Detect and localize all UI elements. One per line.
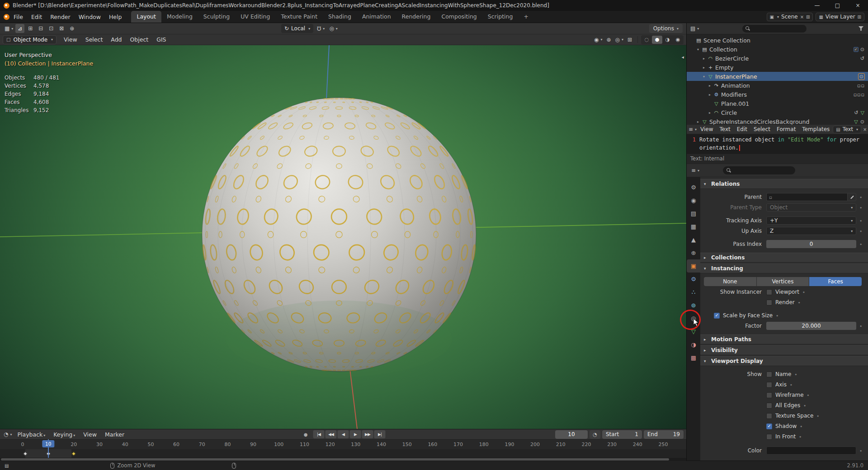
scale-by-face-checkbox[interactable]: [714, 313, 720, 319]
play-reverse-button[interactable]: ◀: [338, 430, 349, 438]
proportional-edit-button[interactable]: ◎▾: [328, 24, 339, 33]
collection-checkbox[interactable]: [854, 47, 859, 52]
text-menu-format[interactable]: Format: [774, 125, 799, 134]
viewport-menu-view[interactable]: View: [60, 35, 81, 44]
outliner-display-mode-button[interactable]: ▤▾: [689, 24, 700, 33]
expand-icon[interactable]: ▸: [701, 56, 707, 61]
end-frame-field[interactable]: End 19: [644, 430, 684, 439]
expand-icon[interactable]: ▸: [707, 93, 712, 97]
gizmo-toggle[interactable]: ⊕: [604, 35, 613, 44]
maximize-button[interactable]: □: [827, 0, 848, 11]
visibility-dropdown[interactable]: ◉▾: [593, 35, 604, 44]
properties-tab-render[interactable]: ◉: [687, 194, 700, 207]
properties-tab-particles[interactable]: ∴: [687, 286, 700, 299]
relations-section-header[interactable]: ▾ Relations: [700, 179, 868, 189]
outliner-row-scene-collection[interactable]: ▤Scene Collection: [687, 36, 868, 45]
visibility-section-header[interactable]: ▸ Visibility: [700, 345, 868, 355]
properties-tab-world[interactable]: ⊕: [687, 246, 700, 259]
shading-solid-button[interactable]: ●: [652, 36, 662, 44]
tracking-axis-dropdown[interactable]: +Y▾: [766, 216, 856, 225]
workspace-tab-scripting[interactable]: Scripting: [482, 11, 519, 23]
checkbox-in-front[interactable]: [766, 434, 772, 440]
expand-icon[interactable]: ▸: [707, 111, 712, 115]
workspace-tab-uv-editing[interactable]: UV Editing: [235, 11, 275, 23]
checkbox-axis[interactable]: [766, 382, 772, 388]
show-instancer-viewport-checkbox[interactable]: [766, 289, 772, 295]
viewport-display-section-header[interactable]: ▾ Viewport Display: [700, 356, 868, 366]
text-menu-select[interactable]: Select: [750, 125, 774, 134]
close-button[interactable]: ×: [848, 0, 868, 11]
outliner-row-empty[interactable]: ▸+Empty: [687, 63, 868, 72]
curve-data-icon[interactable]: ↺: [854, 110, 859, 116]
checkbox-wireframe[interactable]: [766, 392, 772, 398]
timeline-menu-view[interactable]: View: [79, 430, 101, 439]
instancing-section-header[interactable]: ▾ Instancing: [700, 263, 868, 273]
options-dropdown[interactable]: Options ▾: [649, 24, 683, 33]
transform-orientation-dropdown[interactable]: ↻ Local ▾: [281, 24, 313, 33]
new-view-layer-icon[interactable]: ⊞: [858, 14, 861, 19]
select-mode-4-button[interactable]: ⊠: [57, 24, 66, 33]
toggles-icon[interactable]: ▫▫▫: [854, 92, 865, 98]
properties-tab-tool[interactable]: ⚙: [687, 181, 700, 194]
record-button[interactable]: ●: [301, 430, 310, 438]
viewport-menu-gis[interactable]: GIS: [152, 35, 170, 44]
shading-rendered-button[interactable]: ◉: [673, 36, 683, 44]
expand-icon[interactable]: ▾: [695, 47, 701, 52]
filter-funnel-icon[interactable]: [859, 26, 863, 31]
collections-section-header[interactable]: ▸ Collections: [700, 253, 868, 263]
new-scene-icon[interactable]: ⊞: [806, 14, 810, 19]
instancing-faces-button[interactable]: Faces: [809, 277, 862, 286]
expand-icon[interactable]: ▸: [695, 120, 701, 124]
pass-index-field[interactable]: 0: [766, 240, 856, 248]
eye-icon[interactable]: ⊙: [858, 73, 865, 80]
current-frame-field[interactable]: 10: [555, 430, 588, 439]
shading-material-button[interactable]: ◑: [662, 36, 673, 44]
mesh-data-icon[interactable]: ▽: [861, 110, 865, 116]
menu-help[interactable]: Help: [105, 12, 126, 22]
playhead[interactable]: 10: [48, 439, 49, 458]
text-editor-content[interactable]: 1Rotate instanced object in "Edit Mode" …: [687, 134, 868, 153]
menu-file[interactable]: File: [9, 12, 27, 22]
expand-icon[interactable]: ▸: [701, 66, 707, 70]
viewport-canvas[interactable]: User Perspective (10) Collection | Insta…: [0, 45, 686, 429]
properties-tab-view-layer[interactable]: ▦: [687, 220, 700, 233]
eye-icon[interactable]: ⊙: [860, 119, 865, 125]
eyedropper-button[interactable]: [847, 193, 856, 201]
workspace-tab-animation[interactable]: Animation: [357, 11, 396, 23]
properties-search-input[interactable]: [723, 166, 795, 174]
properties-tab-output[interactable]: ▤: [687, 207, 700, 220]
outliner-row-animation[interactable]: ▸↷Animation▫▫: [687, 81, 868, 90]
previous-keyframe-button[interactable]: ◀◀: [326, 430, 337, 438]
parent-field[interactable]: ▫: [766, 193, 847, 201]
outliner-row-circle[interactable]: ▸◠Circle↺▽: [687, 108, 868, 117]
timeline-menu-marker[interactable]: Marker: [101, 430, 128, 439]
expand-icon[interactable]: ▾: [701, 75, 707, 79]
timeline-scrollbar[interactable]: [1, 458, 669, 461]
outliner-search-input[interactable]: [742, 25, 807, 33]
eye-icon[interactable]: ⊙: [860, 47, 865, 52]
expand-icon[interactable]: ▸: [707, 84, 712, 88]
outliner-row-instancerplane[interactable]: ▾▽InstancerPlane⊙: [687, 72, 868, 81]
text-menu-text[interactable]: Text: [716, 125, 733, 134]
select-mode-1-button[interactable]: ⊞: [26, 24, 35, 33]
menu-window[interactable]: Window: [75, 12, 105, 22]
cursor-tool-button[interactable]: ⊕: [67, 24, 76, 33]
viewport-menu-select[interactable]: Select: [81, 35, 107, 44]
scene-selector[interactable]: ▣ ▾ Scene × ⊞: [767, 13, 813, 21]
workspace-tab-rendering[interactable]: Rendering: [396, 11, 436, 23]
properties-tab-modifiers[interactable]: ⚙: [687, 273, 700, 286]
properties-tab-object[interactable]: ▣: [687, 259, 700, 273]
sidebar-collapse-arrow[interactable]: ◂: [681, 54, 684, 60]
text-menu-view[interactable]: View: [697, 125, 716, 134]
factor-field[interactable]: 20.000: [766, 322, 856, 330]
mesh-data-icon[interactable]: ▽: [854, 119, 858, 125]
up-axis-dropdown[interactable]: Z▾: [766, 227, 856, 235]
minimize-button[interactable]: —: [807, 0, 827, 11]
viewport-menu-add[interactable]: Add: [107, 35, 126, 44]
checkbox-all-edges[interactable]: [766, 403, 772, 409]
outliner-row-beziercircle[interactable]: ▸◠BezierCircle↺: [687, 54, 868, 63]
blender-menu-icon[interactable]: [4, 14, 9, 20]
keyframe-track[interactable]: [0, 449, 686, 458]
text-menu-edit[interactable]: Edit: [734, 125, 750, 134]
menu-edit[interactable]: Edit: [27, 12, 46, 22]
